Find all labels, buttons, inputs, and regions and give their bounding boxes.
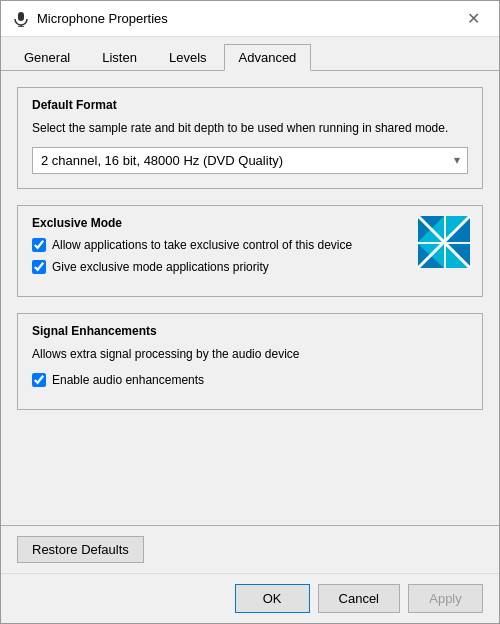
ok-button[interactable]: OK (235, 584, 310, 613)
title-bar-left: Microphone Properties (13, 11, 168, 27)
window: Microphone Properties ✕ General Listen L… (0, 0, 500, 624)
footer-buttons-area: Restore Defaults (1, 525, 499, 573)
cancel-button[interactable]: Cancel (318, 584, 400, 613)
exclusive-priority-checkbox[interactable] (32, 260, 46, 274)
exclusive-control-label: Allow applications to take exclusive con… (52, 238, 352, 252)
exclusive-priority-row[interactable]: Give exclusive mode applications priorit… (32, 260, 468, 274)
microphone-icon (13, 11, 29, 27)
format-dropdown[interactable]: 2 channel, 16 bit, 48000 Hz (DVD Quality… (32, 147, 468, 174)
restore-defaults-button[interactable]: Restore Defaults (17, 536, 144, 563)
signal-enhancements-title: Signal Enhancements (32, 324, 468, 338)
exclusive-mode-title: Exclusive Mode (32, 216, 468, 230)
signal-enhancements-desc: Allows extra signal processing by the au… (32, 346, 468, 363)
close-button[interactable]: ✕ (459, 5, 487, 33)
exclusive-control-row[interactable]: Allow applications to take exclusive con… (32, 238, 468, 252)
audio-enhancements-checkbox[interactable] (32, 373, 46, 387)
tab-levels[interactable]: Levels (154, 44, 222, 71)
windows-logo-icon (416, 214, 472, 270)
default-format-title: Default Format (32, 98, 468, 112)
svg-rect-0 (18, 12, 24, 21)
tab-general[interactable]: General (9, 44, 85, 71)
tab-listen[interactable]: Listen (87, 44, 152, 71)
format-dropdown-wrapper: 2 channel, 16 bit, 48000 Hz (DVD Quality… (32, 147, 468, 174)
signal-enhancements-section: Signal Enhancements Allows extra signal … (17, 313, 483, 410)
window-title: Microphone Properties (37, 11, 168, 26)
default-format-section: Default Format Select the sample rate an… (17, 87, 483, 189)
apply-button[interactable]: Apply (408, 584, 483, 613)
default-format-desc: Select the sample rate and bit depth to … (32, 120, 468, 137)
audio-enhancements-label: Enable audio enhancements (52, 373, 204, 387)
exclusive-control-checkbox[interactable] (32, 238, 46, 252)
bottom-buttons-area: OK Cancel Apply (1, 573, 499, 623)
audio-enhancements-row[interactable]: Enable audio enhancements (32, 373, 468, 387)
tab-bar: General Listen Levels Advanced (1, 37, 499, 71)
title-bar: Microphone Properties ✕ (1, 1, 499, 37)
exclusive-mode-section: Exclusive Mode All (17, 205, 483, 297)
tab-advanced[interactable]: Advanced (224, 44, 312, 71)
content-area: Default Format Select the sample rate an… (1, 71, 499, 525)
exclusive-priority-label: Give exclusive mode applications priorit… (52, 260, 269, 274)
